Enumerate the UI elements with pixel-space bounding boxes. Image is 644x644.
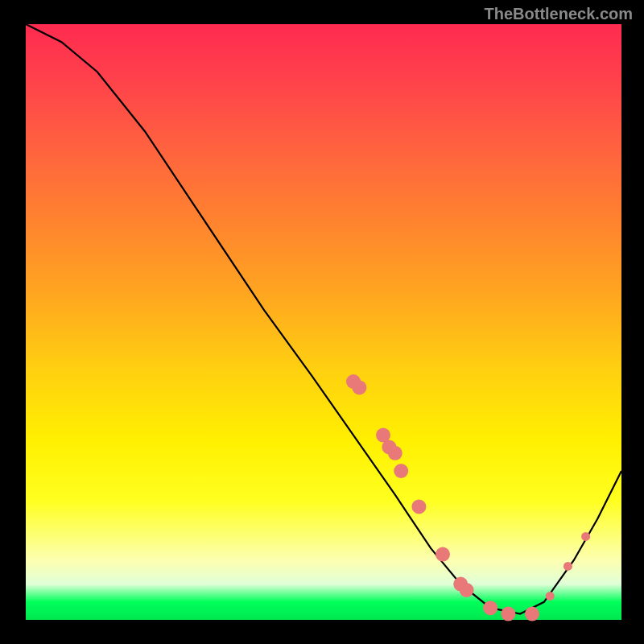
data-point-small xyxy=(546,592,555,601)
data-points-large xyxy=(346,374,539,621)
data-point xyxy=(525,607,539,621)
bottleneck-curve xyxy=(26,24,621,614)
data-point xyxy=(501,607,515,621)
data-point xyxy=(436,547,450,562)
data-point xyxy=(483,601,497,615)
data-point-small xyxy=(564,562,572,571)
data-point xyxy=(460,583,474,597)
data-point xyxy=(411,499,426,514)
chart-plot-area xyxy=(26,24,621,620)
chart-svg xyxy=(26,24,621,620)
data-point xyxy=(352,380,366,394)
data-point xyxy=(394,464,408,478)
watermark-text: TheBottleneck.com xyxy=(485,5,633,23)
data-point xyxy=(388,446,402,460)
data-point-small xyxy=(581,532,590,541)
